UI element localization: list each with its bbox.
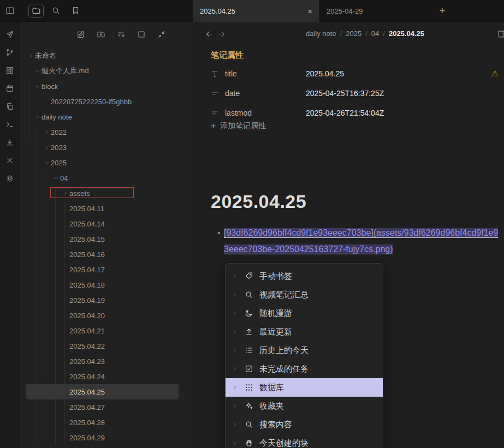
tree-item[interactable]: 2025.04.14 [26, 216, 179, 231]
chevron-down-icon[interactable] [51, 174, 60, 182]
tree-item[interactable]: 烟火个人库.md [26, 63, 179, 79]
menu-item-历史上的今天[interactable]: 历史上的今天 [226, 341, 383, 360]
chevron-right-icon[interactable] [232, 273, 240, 279]
breadcrumb-item[interactable]: 04 [371, 29, 379, 38]
terminal-icon[interactable] [5, 120, 15, 129]
menu-item-最近更新[interactable]: 最近更新 [226, 322, 383, 341]
attribute-key[interactable]: date [225, 89, 306, 98]
tree-item[interactable]: assets [26, 186, 179, 201]
chevron-down-icon[interactable] [33, 82, 41, 91]
debug-icon[interactable] [5, 174, 15, 183]
menu-item-数据库[interactable]: 数据库 [226, 378, 383, 397]
chevron-right-icon[interactable] [232, 366, 240, 372]
tree-item[interactable]: 未命名 [26, 48, 179, 63]
panel-right-icon[interactable] [496, 28, 504, 40]
tree-item-label: 2025.04.25 [69, 388, 105, 396]
folder-plus-icon[interactable] [95, 28, 107, 40]
chevron-right-icon[interactable] [232, 292, 240, 297]
compose-icon[interactable] [75, 28, 87, 40]
chevron-right-icon[interactable] [232, 310, 240, 316]
chevron-right-icon[interactable] [232, 385, 240, 390]
warning-icon[interactable]: ⚠ [491, 69, 499, 79]
attribute-value[interactable]: 2025-04-26T21:54:04Z [306, 109, 384, 117]
link-anchor-text[interactable]: 93df6269d96bff4cd9f1e93eeec703be [226, 228, 371, 237]
sort-desc-icon[interactable] [115, 28, 127, 40]
back-arrow-icon[interactable] [203, 28, 215, 40]
tree-item[interactable]: 2025 [26, 155, 179, 170]
breadcrumb-item[interactable]: 2025.04.25 [389, 29, 424, 38]
chevron-right-icon[interactable] [232, 440, 240, 446]
attribute-key[interactable]: title [225, 69, 306, 78]
panel-left-icon[interactable] [4, 5, 16, 17]
tree-item[interactable]: 2025.04.28 [26, 415, 179, 430]
folder-icon[interactable] [28, 4, 44, 18]
tree-item-label: 2025.04.16 [69, 250, 105, 259]
menu-item-手动书签[interactable]: 手动书签 [226, 267, 383, 285]
tree-item[interactable]: daily note [26, 109, 179, 124]
chevron-right-icon[interactable] [232, 403, 240, 409]
bookmark-icon[interactable] [68, 4, 83, 18]
download-icon[interactable] [5, 138, 15, 147]
menu-item-今天创建的块[interactable]: 今天创建的块 [226, 434, 383, 448]
attribute-row: lastmod2025-04-26T21:54:04Z [211, 103, 504, 123]
markdown-link-block[interactable]: [93df6269d96bff4cd9f1e93eeec703be](asset… [224, 225, 500, 258]
tools-icon[interactable] [5, 156, 15, 165]
tree-item[interactable]: 2025.04.17 [26, 262, 179, 277]
breadcrumb-item[interactable]: daily note [306, 29, 336, 38]
box-icon[interactable] [135, 28, 147, 40]
tree-item[interactable]: 20220725222250-if5ghbb [26, 94, 179, 109]
tree-item[interactable]: 04 [26, 170, 179, 186]
menu-item-未完成的任务[interactable]: 未完成的任务 [226, 360, 383, 378]
close-icon[interactable]: × [307, 7, 312, 16]
tree-item[interactable]: 2025.04.23 [26, 354, 179, 369]
calendar-icon[interactable] [5, 83, 15, 93]
attribute-value[interactable]: 2025.04.25 [306, 69, 344, 78]
chevron-right-icon[interactable] [42, 128, 51, 136]
collapse-icon[interactable] [156, 28, 168, 40]
menu-item-搜索内容[interactable]: 搜索内容 [226, 415, 383, 434]
attribute-value[interactable]: 2025-04-25T16:37:25Z [306, 89, 384, 98]
chevron-right-icon[interactable] [232, 422, 240, 427]
menu-item-视频笔记汇总[interactable]: 视频笔记汇总 [226, 285, 383, 304]
breadcrumb-item[interactable]: 2025 [346, 29, 361, 38]
tab-2025.04.25[interactable]: 2025.04.25× [193, 0, 319, 22]
chevron-down-icon[interactable] [33, 67, 41, 75]
tree-item[interactable]: 2025.04.25 [26, 384, 179, 399]
copy-icon[interactable] [5, 101, 15, 111]
branch-icon[interactable] [5, 47, 15, 57]
tree-item[interactable]: 2025.04.19 [26, 292, 179, 308]
chevron-down-icon[interactable] [42, 158, 51, 167]
chevron-right-icon[interactable] [61, 189, 69, 198]
menu-item-label: 随机漫游 [259, 308, 292, 319]
tree-item[interactable]: 2025.04.20 [26, 308, 179, 323]
menu-item-随机漫游[interactable]: 随机漫游 [226, 304, 383, 322]
chevron-right-icon[interactable] [232, 329, 240, 334]
search-icon[interactable] [48, 4, 63, 18]
tree-item[interactable]: 2025.04.11 [26, 201, 179, 216]
tree-item[interactable]: 2025.04.22 [26, 338, 179, 354]
attribute-key[interactable]: lastmod [225, 109, 306, 117]
tree-item[interactable]: 2025.04.15 [26, 231, 179, 247]
hand-icon [244, 438, 254, 448]
forward-arrow-icon[interactable] [215, 28, 227, 40]
tree-item[interactable]: 2025.04.16 [26, 247, 179, 262]
tab-2025-04-29[interactable]: 2025-04-29 [319, 0, 371, 22]
chevron-right-icon[interactable] [232, 348, 240, 353]
file-tree: 未命名烟火个人库.mdblock20220725222250-if5ghbbda… [20, 48, 192, 445]
tree-item[interactable]: 2023 [26, 140, 179, 155]
tree-item[interactable]: 2022 [26, 124, 179, 140]
tree-item[interactable]: 2025.04.29 [26, 430, 179, 445]
chevron-right-icon[interactable] [26, 51, 35, 60]
menu-item-收藏夹[interactable]: 收藏夹 [226, 397, 383, 415]
chevron-down-icon[interactable] [33, 112, 41, 121]
send-icon[interactable] [5, 29, 15, 39]
tree-item[interactable]: block [26, 79, 179, 94]
grid-icon[interactable] [5, 65, 15, 75]
tree-item[interactable]: 2025.04.27 [26, 399, 179, 415]
tree-item[interactable]: 2025.04.24 [26, 369, 179, 384]
tree-item[interactable]: 2025.04.21 [26, 323, 179, 338]
tree-item[interactable]: 2025.04.18 [26, 277, 179, 292]
tree-item-label: 烟火个人库.md [41, 66, 89, 76]
chevron-right-icon[interactable] [42, 143, 51, 152]
new-tab-button[interactable]: + [437, 5, 448, 17]
